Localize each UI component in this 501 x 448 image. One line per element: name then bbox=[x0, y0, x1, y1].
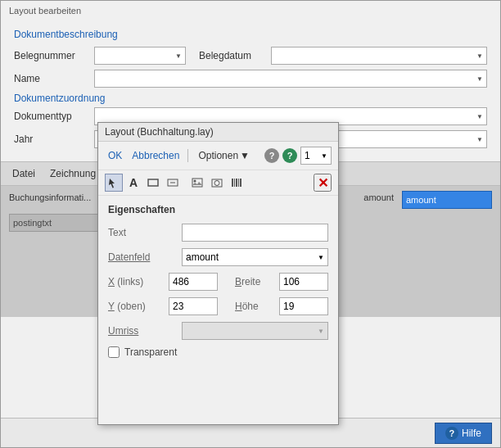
svg-rect-8 bbox=[234, 179, 235, 187]
window-title: Layout bearbeiten bbox=[9, 6, 81, 16]
page-arrow-icon: ▼ bbox=[321, 152, 327, 160]
page-select[interactable]: 1 ▼ bbox=[300, 147, 332, 165]
optionen-button[interactable]: Optionen ▼ bbox=[193, 148, 255, 163]
ok-button[interactable]: OK bbox=[105, 148, 125, 163]
title-bar: Layout bearbeiten bbox=[1, 1, 500, 20]
name-row: Name ▼ bbox=[14, 70, 487, 88]
x-label: X (links) bbox=[108, 276, 165, 287]
text-label: Text bbox=[108, 227, 182, 238]
belegnummer-arrow: ▼ bbox=[175, 52, 182, 60]
properties-section: Eigenschaften Text Datenfeld amount ▼ X … bbox=[98, 196, 338, 366]
belegnummer-row: Belegnummer ▼ Belegdatum ▼ bbox=[14, 47, 487, 65]
umriss-combo[interactable]: ▼ bbox=[182, 322, 328, 340]
dialog-button-bar: OK Abbrechen Optionen ▼ ? ? 1 ▼ bbox=[98, 142, 338, 170]
canvas-amount2-selected[interactable]: amount bbox=[402, 191, 492, 209]
datenfeld-label: Datenfeld bbox=[108, 251, 182, 263]
belegnummer-label: Belegnummer bbox=[14, 50, 88, 61]
photo-tool-button[interactable] bbox=[208, 174, 226, 192]
belegnummer-combo[interactable]: ▼ bbox=[94, 47, 186, 65]
y-group: Y (oben) 23 bbox=[108, 297, 218, 315]
help-grey-button[interactable]: ? bbox=[264, 148, 279, 163]
hoehe-group: Höhe 19 bbox=[224, 297, 328, 315]
jahr-label: Jahr bbox=[14, 133, 88, 145]
x-group: X (links) 486 bbox=[108, 273, 218, 291]
hoehe-label: Höhe bbox=[235, 301, 276, 312]
dokumenttyp-label: Dokumenttyp bbox=[14, 111, 88, 122]
svg-rect-9 bbox=[236, 179, 237, 187]
y-label: Y (oben) bbox=[108, 301, 165, 312]
optionen-arrow-icon: ▼ bbox=[240, 150, 250, 161]
umriss-arrow-icon: ▼ bbox=[318, 328, 324, 335]
yh-row: Y (oben) 23 Höhe 19 bbox=[108, 297, 328, 315]
xy-row: X (links) 486 Breite 106 bbox=[108, 273, 328, 291]
select-tool-button[interactable] bbox=[105, 174, 123, 192]
barcode-tool-button[interactable] bbox=[228, 174, 246, 192]
main-window: Layout bearbeiten Dokumentbeschreibung B… bbox=[0, 0, 501, 448]
text-row: Text bbox=[108, 224, 328, 242]
x-input[interactable]: 486 bbox=[169, 273, 218, 291]
belegdatum-combo[interactable]: ▼ bbox=[271, 47, 487, 65]
svg-rect-11 bbox=[240, 179, 241, 187]
section-dokumentzuordnung: Dokumentzuordnung bbox=[14, 93, 487, 104]
rect-tool-button[interactable] bbox=[144, 174, 162, 192]
transparent-row: Transparent bbox=[108, 346, 328, 358]
belegdatum-group: Belegdatum ▼ bbox=[199, 47, 487, 65]
umriss-label: Umriss bbox=[108, 325, 182, 337]
svg-rect-10 bbox=[238, 179, 239, 187]
help-button[interactable]: ? Hilfe bbox=[435, 423, 492, 444]
name-label: Name bbox=[14, 73, 88, 84]
umriss-row: Umriss ▼ bbox=[108, 322, 328, 340]
svg-point-6 bbox=[214, 181, 219, 186]
separator1 bbox=[187, 149, 188, 162]
dialog-toolbar: A ✕ bbox=[98, 170, 338, 196]
text-tool-button[interactable]: A bbox=[124, 174, 142, 192]
delete-button[interactable]: ✕ bbox=[314, 174, 332, 192]
canvas-postingtxt: postingtxt bbox=[9, 214, 99, 232]
jahr-arrow: ▼ bbox=[476, 136, 483, 143]
help-green-button[interactable]: ? bbox=[282, 148, 297, 163]
svg-rect-3 bbox=[192, 179, 202, 187]
belegnummer-group: Belegnummer ▼ bbox=[14, 47, 186, 65]
name-combo[interactable]: ▼ bbox=[94, 70, 487, 88]
dokumenttyp-arrow: ▼ bbox=[476, 113, 483, 120]
layout-dialog: Layout (Buchhaltung.lay) OK Abbrechen Op… bbox=[97, 122, 339, 425]
datenfeld-row: Datenfeld amount ▼ bbox=[108, 248, 328, 266]
hoehe-input[interactable]: 19 bbox=[279, 297, 328, 315]
canvas-buchungsinfo-label: Buchungsinformati... bbox=[9, 192, 91, 202]
svg-rect-0 bbox=[148, 179, 158, 186]
belegdatum-arrow: ▼ bbox=[476, 52, 483, 60]
belegdatum-label: Belegdatum bbox=[199, 50, 264, 61]
y-input[interactable]: 23 bbox=[169, 297, 218, 315]
eigenschaften-title: Eigenschaften bbox=[108, 204, 328, 215]
abbrechen-button[interactable]: Abbrechen bbox=[129, 148, 183, 163]
transparent-checkbox[interactable] bbox=[108, 346, 120, 358]
help-question-icon: ? bbox=[445, 427, 458, 440]
dialog-title: Layout (Buchhaltung.lay) bbox=[98, 123, 338, 142]
field-tool-button[interactable] bbox=[164, 174, 182, 192]
breite-input[interactable]: 106 bbox=[279, 273, 328, 291]
canvas-amount1: amount bbox=[363, 192, 394, 202]
name-arrow: ▼ bbox=[476, 75, 483, 83]
text-input[interactable] bbox=[182, 224, 328, 242]
zeichnung-tab[interactable]: Zeichnung bbox=[43, 166, 102, 181]
svg-rect-7 bbox=[232, 179, 233, 187]
datenfeld-arrow-icon: ▼ bbox=[318, 254, 324, 261]
datenfeld-combo[interactable]: amount ▼ bbox=[182, 248, 328, 266]
datei-tab[interactable]: Datei bbox=[6, 166, 42, 181]
svg-point-4 bbox=[194, 180, 196, 183]
section-dokumentbeschreibung: Dokumentbeschreibung bbox=[14, 29, 487, 40]
image-tool-button[interactable] bbox=[188, 174, 206, 192]
breite-label: Breite bbox=[235, 276, 276, 287]
transparent-label: Transparent bbox=[124, 346, 177, 358]
breite-group: Breite 106 bbox=[224, 273, 328, 291]
